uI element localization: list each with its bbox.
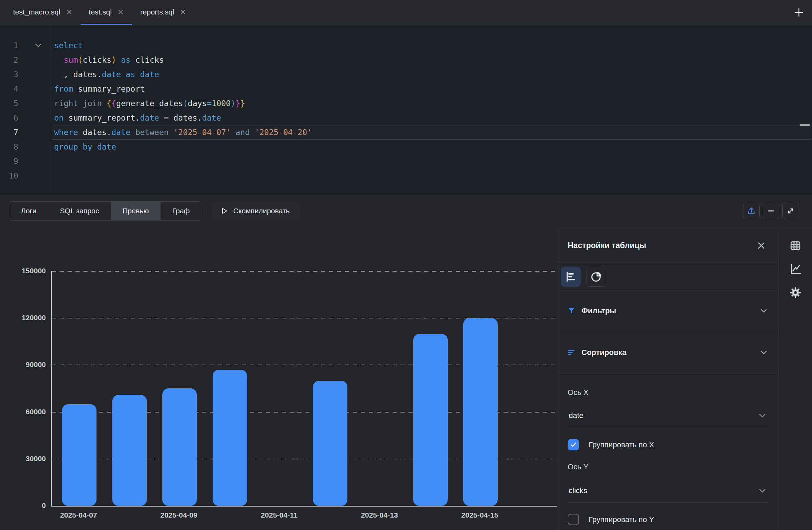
bar-chart-icon [565, 271, 577, 283]
export-button[interactable] [743, 203, 760, 219]
x-tick-label: 2025-04-09 [160, 511, 197, 519]
line-number: 2 [0, 55, 18, 64]
editor-tab-test_macro.sql[interactable]: test_macro.sql [5, 0, 81, 25]
bar-2025-04-15[interactable] [463, 318, 498, 506]
gear-icon [790, 287, 801, 298]
x-axis-select-value: date [569, 411, 583, 420]
y-axis-label: Ось Y [568, 462, 768, 471]
panel-header: Настройки таблицы [557, 228, 778, 263]
bar-2025-04-14[interactable] [413, 334, 448, 506]
filters-label: Фильтры [581, 306, 753, 315]
compile-button[interactable]: Скомпилировать [211, 202, 300, 220]
tab-close-icon[interactable] [66, 9, 72, 15]
code-line-9[interactable]: 9 [0, 154, 812, 169]
code-line-1[interactable]: 1select [0, 38, 812, 53]
results-toolbar: ЛогиSQL запросПревьюГраф Скомпилировать [0, 195, 812, 226]
group-by-x-label: Группировать по X [589, 440, 654, 449]
code-line-2[interactable]: 2 sum(clicks) as clicks [0, 53, 812, 67]
group-by-y-row: Группировать по Y [568, 514, 768, 525]
y-axis-select-value: clicks [569, 486, 587, 495]
minimize-panel-button[interactable] [763, 203, 779, 219]
code-line-3[interactable]: 3 , dates.date as date [0, 67, 812, 82]
filters-section[interactable]: Фильтры [557, 291, 778, 331]
panel-close-button[interactable] [754, 238, 768, 252]
editor-tabs: test_macro.sqltest.sqlreports.sql [5, 0, 194, 25]
new-tab-button[interactable] [791, 4, 807, 21]
bar-2025-04-08[interactable] [112, 395, 147, 506]
code-text: where dates.date between '2025-04-07' an… [0, 125, 312, 140]
group-by-y-checkbox[interactable] [568, 514, 579, 525]
code-text: right join {{generate_dates(days=1000)}} [0, 96, 245, 111]
pie-chart-icon [590, 271, 602, 283]
bar-2025-04-09[interactable] [162, 388, 197, 506]
results-tab-Граф[interactable]: Граф [161, 202, 202, 220]
minus-icon [767, 206, 775, 215]
fold-chevron-icon[interactable] [34, 41, 43, 50]
editor-tab-test.sql[interactable]: test.sql [81, 0, 132, 25]
bar-2025-04-10[interactable] [213, 370, 247, 506]
code-line-10[interactable]: 10 [0, 169, 812, 183]
code-line-5[interactable]: 5right join {{generate_dates(days=1000)}… [0, 96, 812, 111]
chevron-down-icon[interactable] [760, 348, 768, 357]
code-text: sum(clicks) as clicks [0, 53, 164, 67]
chart-view-button[interactable] [787, 261, 804, 277]
sql-ide-app: test_macro.sqltest.sqlreports.sql 1selec… [0, 0, 812, 530]
line-number: 7 [0, 128, 18, 137]
line-number: 10 [0, 171, 18, 180]
bar-2025-04-12[interactable] [313, 381, 347, 506]
results-tab-Превью[interactable]: Превью [111, 202, 160, 220]
tab-label: test.sql [89, 8, 112, 16]
code-text: from summary_report [0, 82, 145, 96]
line-number: 3 [0, 70, 18, 79]
code-line-6[interactable]: 6on summary_report.date = dates.date [0, 111, 812, 125]
y-tick-label: 90000 [0, 360, 46, 369]
code-editor[interactable]: 1select2 sum(clicks) as clicks3 , dates.… [0, 25, 812, 195]
table-icon [789, 239, 802, 252]
expand-panel-button[interactable] [782, 203, 799, 219]
upload-icon [747, 206, 756, 215]
code-line-7[interactable]: 7where dates.date between '2025-04-07' a… [0, 125, 812, 140]
line-number: 1 [0, 41, 18, 50]
chevron-down-icon [758, 411, 767, 420]
group-by-x-checkbox[interactable] [568, 439, 579, 450]
panel-title: Настройки таблицы [568, 241, 754, 250]
group-by-x-row: Группировать по X [568, 439, 768, 450]
code-text: , dates.date as date [0, 67, 159, 82]
editor-tab-bar: test_macro.sqltest.sqlreports.sql [0, 0, 812, 25]
code-lines: 1select2 sum(clicks) as clicks3 , dates.… [0, 25, 812, 183]
tab-label: reports.sql [140, 8, 174, 16]
code-line-8[interactable]: 8group by date [0, 140, 812, 154]
chart-type-switcher [557, 263, 778, 291]
tab-close-icon[interactable] [180, 9, 186, 15]
check-icon [570, 441, 577, 448]
results-tab-Логи[interactable]: Логи [9, 202, 48, 220]
chart-type-bar-button[interactable] [561, 267, 581, 287]
y-tick-label: 120000 [0, 314, 46, 322]
toolbar-actions [743, 203, 799, 219]
chart-type-pie-button[interactable] [586, 267, 606, 287]
chevron-down-icon[interactable] [760, 307, 768, 315]
results-tab-SQL запрос[interactable]: SQL запрос [48, 202, 111, 220]
settings-button[interactable] [787, 284, 804, 301]
sort-lines-icon [568, 349, 575, 356]
x-axis-select[interactable]: date [568, 411, 768, 427]
bar-2025-04-07[interactable] [62, 404, 97, 506]
code-line-4[interactable]: 4from summary_report [0, 82, 812, 96]
sort-section[interactable]: Сортировка [557, 331, 778, 374]
tab-close-icon[interactable] [118, 9, 124, 15]
x-tick-label: 2025-04-07 [60, 511, 97, 519]
filter-funnel-icon [568, 307, 575, 315]
x-tick-label: 2025-04-15 [461, 511, 498, 519]
code-text: on summary_report.date = dates.date [0, 111, 221, 125]
y-tick-label: 150000 [0, 267, 46, 275]
chart-plot-area [51, 271, 565, 507]
y-axis-select[interactable]: clicks [568, 486, 768, 502]
x-tick-label: 2025-04-11 [261, 511, 297, 519]
plus-icon [793, 7, 804, 18]
axis-fields: Ось X date Группировать по X Ось Y [557, 388, 778, 525]
table-view-button[interactable] [787, 237, 804, 254]
expand-icon [786, 206, 795, 215]
chevron-down-icon [758, 486, 767, 495]
editor-tab-reports.sql[interactable]: reports.sql [132, 0, 194, 25]
y-tick-label: 0 [0, 501, 46, 510]
